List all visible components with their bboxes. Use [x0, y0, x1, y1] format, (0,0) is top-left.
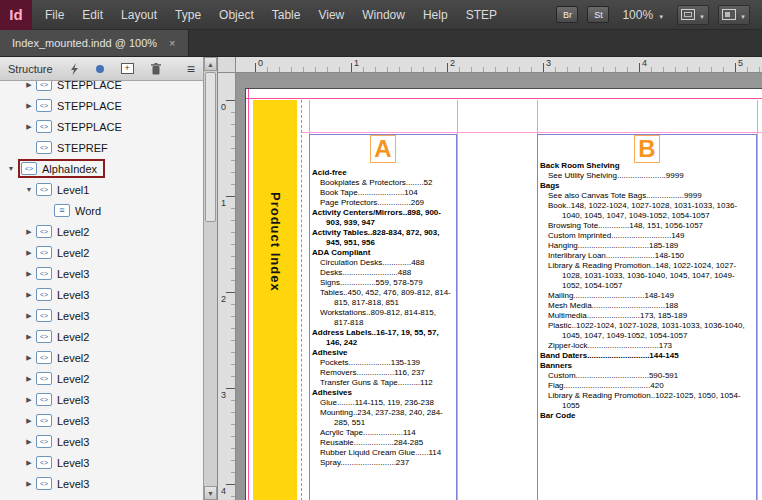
tree-item-level3[interactable]: Level3 [0, 284, 203, 305]
expander-right-icon[interactable] [22, 375, 36, 383]
validate-structure-icon[interactable] [70, 63, 79, 75]
screen-mode-button[interactable] [677, 5, 709, 25]
expander-right-icon[interactable] [22, 396, 36, 404]
stock-button[interactable]: St [587, 6, 609, 23]
expander-right-icon[interactable] [22, 354, 36, 362]
expander-right-icon[interactable] [22, 438, 36, 446]
menu-type[interactable]: Type [166, 0, 210, 30]
zoom-control[interactable]: 100% [618, 8, 668, 22]
index-entry: Transfer Guns & Tape..........112 [312, 378, 454, 388]
expander-right-icon[interactable] [22, 459, 36, 467]
trash-icon[interactable] [151, 63, 161, 75]
tree-item-label: Level3 [57, 415, 89, 427]
tree-item-label: Level2 [57, 352, 89, 364]
tree-item-level3[interactable]: Level3 [0, 473, 203, 494]
menu-help[interactable]: Help [414, 0, 457, 30]
index-entry: Banners [540, 361, 754, 371]
tree-item-level2[interactable]: Level2 [0, 221, 203, 242]
expander-right-icon[interactable] [22, 81, 36, 89]
product-index-tab[interactable]: Product Index [253, 100, 297, 500]
element-icon [36, 309, 52, 322]
chevron-down-icon [658, 8, 664, 22]
section-letter-a: A [370, 135, 395, 163]
tree-item-level3[interactable]: Level3 [0, 452, 203, 473]
expander-down-icon[interactable] [4, 165, 18, 172]
document-canvas[interactable]: 012345 01234 Product Index A Acid-freeBo… [218, 57, 762, 500]
page[interactable]: Product Index A Acid-freeBookplates & Pr… [246, 89, 762, 500]
menu-step[interactable]: STEP [457, 0, 506, 30]
menu-bar: Id FileEditLayoutTypeObjectTableViewWind… [0, 0, 762, 30]
expander-right-icon[interactable] [22, 291, 36, 299]
tree-item-level3[interactable]: Level3 [0, 305, 203, 326]
index-entry: Activity Tables..828-834, 872, 903, 945,… [312, 228, 454, 248]
tree-item-level1[interactable]: Level1 [0, 179, 203, 200]
document-tab[interactable]: Index_mounted.indd @ 100% × [0, 30, 189, 56]
workspace: Structure STEPPLACESTEPPLACESTEPPLACESTE… [0, 57, 762, 500]
close-icon[interactable]: × [169, 37, 175, 49]
index-entries-b: Back Room ShelvingSee Utility Shelving..… [538, 161, 756, 421]
tree-item-level2[interactable]: Level2 [0, 368, 203, 389]
bridge-button[interactable]: Br [556, 6, 578, 23]
vertical-ruler[interactable]: 01234 [218, 73, 236, 500]
index-entry: Desks.........................488 [312, 268, 454, 278]
index-entry: Custom Imprinted........................… [540, 231, 754, 241]
text-frame-b[interactable]: B Back Room ShelvingSee Utility Shelving… [537, 134, 757, 500]
index-entry: See also Canvas Tote Bags...............… [540, 191, 754, 201]
element-icon [36, 351, 52, 364]
index-entry: Browsing Tote..............148, 151, 105… [540, 221, 754, 231]
expander-right-icon[interactable] [22, 480, 36, 488]
text-frame-a[interactable]: A Acid-freeBookplates & Protectors......… [309, 134, 457, 500]
tree-item-word[interactable]: Word [0, 200, 203, 221]
tree-item-level2[interactable]: Level2 [0, 242, 203, 263]
menu-window[interactable]: Window [353, 0, 414, 30]
index-entry: Hanging................................1… [540, 241, 754, 251]
ruler-number: 1 [354, 58, 359, 68]
tree-item-level3[interactable]: Level3 [0, 389, 203, 410]
new-element-icon[interactable] [121, 63, 134, 74]
horizontal-ruler[interactable]: 012345 [236, 57, 762, 73]
expander-down-icon[interactable] [22, 186, 36, 193]
selected-element-highlight: AlphaIndex [18, 159, 105, 178]
show-attributes-icon[interactable] [96, 65, 104, 73]
panel-menu-icon[interactable] [187, 61, 195, 77]
structure-panel-scrollbar[interactable] [203, 57, 218, 500]
menu-view[interactable]: View [309, 0, 353, 30]
scrollbar-thumb[interactable] [205, 72, 216, 222]
tree-item-stepplace[interactable]: STEPPLACE [0, 95, 203, 116]
ruler-origin-corner[interactable] [218, 57, 236, 73]
tree-item-level3[interactable]: Level3 [0, 410, 203, 431]
tree-item-stepplace[interactable]: STEPPLACE [0, 116, 203, 137]
element-icon [36, 246, 52, 259]
expander-right-icon[interactable] [22, 417, 36, 425]
scroll-down-icon[interactable] [204, 486, 217, 500]
scroll-up-icon[interactable] [204, 57, 217, 71]
index-entry: Acrylic Tape..................114 [312, 428, 454, 438]
tree-item-level3[interactable]: Level3 [0, 263, 203, 284]
expander-right-icon[interactable] [22, 333, 36, 341]
index-entries-a: Acid-freeBookplates & Protectors........… [310, 165, 456, 468]
menu-file[interactable]: File [36, 0, 73, 30]
tree-item-stepref[interactable]: STEPREF [0, 137, 203, 158]
menu-edit[interactable]: Edit [73, 0, 112, 30]
menu-object[interactable]: Object [210, 0, 263, 30]
menu-table[interactable]: Table [263, 0, 310, 30]
expander-right-icon[interactable] [22, 270, 36, 278]
expander-right-icon[interactable] [22, 312, 36, 320]
ruler-number: 5 [738, 58, 743, 68]
tree-item-alphaindex[interactable]: AlphaIndex [0, 158, 203, 179]
index-entry: Custom.................................5… [540, 371, 754, 381]
expander-right-icon[interactable] [22, 102, 36, 110]
tree-item-level3[interactable]: Level3 [0, 431, 203, 452]
expander-right-icon[interactable] [22, 249, 36, 257]
expander-right-icon[interactable] [22, 228, 36, 236]
element-icon [36, 330, 52, 343]
element-icon [36, 120, 52, 133]
menu-layout[interactable]: Layout [112, 0, 166, 30]
expander-right-icon[interactable] [22, 123, 36, 131]
arrange-documents-button[interactable] [718, 5, 750, 25]
ruler-number: 3 [221, 390, 226, 400]
tree-item-level2[interactable]: Level2 [0, 347, 203, 368]
index-entry: Bookplates & Protectors........52 [312, 178, 454, 188]
tree-item-stepplace[interactable]: STEPPLACE [0, 81, 203, 95]
tree-item-level2[interactable]: Level2 [0, 326, 203, 347]
